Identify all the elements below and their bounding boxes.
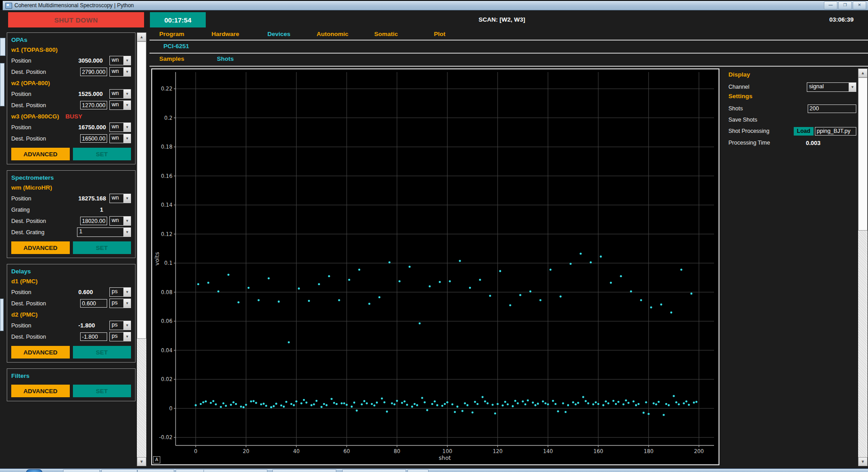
advanced-button[interactable]: ADVANCED (11, 241, 70, 254)
chevron-down-icon[interactable]: ▼ (123, 90, 131, 98)
chevron-down-icon[interactable]: ▼ (123, 194, 131, 203)
unit-select[interactable]: wn▼ (109, 100, 131, 110)
chevron-down-icon[interactable]: ▼ (123, 299, 131, 308)
scroll-down-icon[interactable]: ▼ (137, 457, 146, 466)
field-label: Position (11, 91, 78, 97)
unit-select[interactable]: wn▼ (109, 194, 131, 203)
field-row: Position18275.168wn▼ (11, 193, 131, 204)
start-orb-icon[interactable] (26, 469, 42, 472)
sidebar-scrollbar-thumb[interactable] (137, 41, 146, 339)
section-buttons: ADVANCEDSET (11, 346, 131, 359)
unit-select[interactable]: ps▼ (109, 299, 131, 308)
svg-text:0.18: 0.18 (161, 144, 172, 150)
chevron-down-icon[interactable]: ▼ (123, 101, 131, 109)
svg-text:0.08: 0.08 (161, 289, 172, 295)
advanced-button[interactable]: ADVANCED (11, 385, 70, 397)
unit-select[interactable]: ps▼ (109, 321, 131, 330)
dest-position-input[interactable] (80, 101, 107, 109)
svg-text:160: 160 (593, 448, 603, 454)
unit-select[interactable]: wn▼ (109, 67, 131, 77)
tab-autonomic[interactable]: Autonomic (306, 31, 359, 37)
scroll-up-icon[interactable]: ▲ (858, 68, 868, 77)
advanced-button[interactable]: ADVANCED (11, 346, 70, 359)
channel-label: Channel (728, 84, 750, 90)
unit-select[interactable]: wn▼ (109, 134, 131, 143)
svg-text:-0.02: -0.02 (159, 434, 172, 440)
chevron-down-icon[interactable]: ▼ (123, 123, 131, 132)
shutdown-button[interactable]: SHUT DOWN (8, 12, 144, 27)
unit-select[interactable]: wn▼ (109, 89, 131, 99)
tab-pci-6251[interactable]: PCI-6251 (149, 43, 203, 50)
unit-select[interactable]: wn▼ (109, 216, 131, 226)
chevron-down-icon[interactable]: ▼ (123, 288, 131, 296)
dest-position-input[interactable] (80, 134, 107, 143)
taskbar-button[interactable] (342, 469, 406, 472)
advanced-button[interactable]: ADVANCED (11, 148, 70, 160)
close-button[interactable]: ✕ (853, 1, 866, 9)
field-row: Position3050.000wn▼ (11, 55, 131, 66)
tab-devices[interactable]: Devices (252, 31, 306, 37)
svg-text:0.16: 0.16 (161, 173, 172, 179)
taskbar-button[interactable] (407, 469, 429, 472)
scroll-down-icon[interactable]: ▼ (858, 457, 868, 466)
taskbar-button[interactable] (137, 469, 174, 472)
subtab-shots[interactable]: Shots (199, 55, 252, 62)
dest-position-input[interactable] (80, 332, 107, 341)
processing-script-input[interactable] (815, 127, 856, 136)
panel-scrollbar[interactable]: ▲ ▼ (858, 68, 868, 466)
scatter-chart-canvas[interactable]: -0.0200.020.040.060.080.10.120.140.160.1… (152, 69, 719, 464)
taskbar-button[interactable] (203, 469, 267, 472)
tab-plot[interactable]: Plot (413, 31, 466, 37)
separator (149, 66, 868, 67)
tab-program[interactable]: Program (145, 31, 199, 37)
chevron-down-icon[interactable]: ▼ (123, 332, 131, 341)
restore-button[interactable]: ❐ (838, 1, 852, 9)
dest-position-input[interactable] (80, 68, 107, 76)
taskbar-button[interactable] (101, 469, 137, 472)
section-title: OPAs (11, 36, 131, 45)
chevron-down-icon[interactable]: ▼ (123, 56, 131, 65)
unit-select[interactable]: ps▼ (109, 287, 131, 297)
dest-position-input[interactable] (80, 217, 107, 225)
sidebar-scrollbar[interactable]: ▲ ▼ (137, 32, 146, 466)
device-name: d1 (PMC) (11, 276, 131, 286)
tab-hardware[interactable]: Hardware (199, 31, 252, 37)
section-buttons: ADVANCEDSET (11, 385, 131, 397)
set-button[interactable]: SET (73, 241, 131, 254)
set-button[interactable]: SET (73, 148, 131, 160)
dest-grating-select[interactable]: 1▼ (77, 227, 131, 237)
load-button[interactable]: Load (794, 127, 814, 136)
taskbar-button[interactable] (272, 469, 336, 472)
svg-text:0.12: 0.12 (161, 231, 172, 237)
panel-scrollbar-thumb[interactable] (858, 77, 868, 231)
chevron-down-icon[interactable]: ▼ (123, 68, 131, 76)
svg-text:80: 80 (393, 448, 400, 454)
svg-text:volts: volts (154, 252, 160, 266)
unit-select[interactable]: wn▼ (109, 56, 131, 65)
sub-tab-row: SamplesShots (145, 55, 252, 62)
autoscale-button[interactable]: A (153, 456, 160, 463)
channel-select[interactable]: signal ▼ (807, 82, 856, 92)
shots-input[interactable] (808, 104, 856, 113)
taskbar-button[interactable] (63, 469, 100, 472)
chevron-down-icon[interactable]: ▼ (123, 321, 131, 330)
subtab-samples[interactable]: Samples (145, 55, 199, 62)
shots-scatter-plot[interactable]: -0.0200.020.040.060.080.10.120.140.160.1… (151, 68, 719, 465)
unit-select[interactable]: wn▼ (109, 123, 131, 132)
unit-select-value: wn (110, 134, 123, 143)
device-name-text: w1 (TOPAS-800) (11, 46, 58, 53)
minimize-button[interactable]: — (824, 1, 837, 9)
set-button[interactable]: SET (73, 385, 131, 397)
chevron-down-icon[interactable]: ▼ (123, 134, 131, 143)
set-button[interactable]: SET (73, 346, 131, 359)
field-row: Dest. Positionwn▼ (11, 100, 131, 110)
dest-position-input[interactable] (80, 299, 107, 308)
chevron-down-icon[interactable]: ▼ (123, 217, 131, 225)
tab-somatic[interactable]: Somatic (359, 31, 413, 37)
unit-select[interactable]: ps▼ (109, 332, 131, 341)
chevron-down-icon[interactable]: ▼ (123, 228, 131, 236)
field-label: Dest. Position (11, 102, 80, 109)
chevron-down-icon[interactable]: ▼ (849, 83, 856, 91)
elapsed-timer: 00:17:54 (150, 12, 206, 27)
sidebar-section-spectrometers: Spectrometerswm (MicroHR)Position18275.1… (7, 170, 136, 258)
